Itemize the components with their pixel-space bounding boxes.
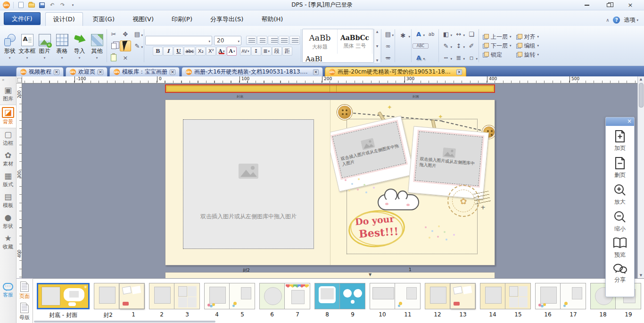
- save-button[interactable]: [38, 1, 46, 9]
- sidebar-item[interactable]: ▤ 模板: [0, 190, 16, 211]
- superscript-button[interactable]: X²: [206, 47, 216, 56]
- close-button[interactable]: ×: [626, 1, 635, 9]
- delete-button[interactable]: ×: [120, 54, 131, 62]
- spread-thumbnail[interactable]: 2 3: [149, 283, 200, 319]
- spread-thumbnail[interactable]: 16 17: [535, 283, 586, 319]
- page-thumbnail[interactable]: [425, 283, 450, 309]
- scrollbar-thumb[interactable]: [639, 83, 644, 108]
- page-thumbnail[interactable]: [561, 283, 586, 309]
- copy-button[interactable]: [108, 42, 119, 50]
- document-tab[interactable]: DPS 欢迎页 ×: [66, 67, 107, 76]
- select-tool-button[interactable]: [120, 41, 131, 51]
- font-color-button[interactable]: A▾: [216, 47, 226, 56]
- spread-thumbnail[interactable]: 14 15: [480, 283, 531, 319]
- menu-tab[interactable]: 印刷(P): [164, 12, 200, 26]
- dash-style-button[interactable]: ┅▾: [440, 54, 452, 62]
- photo-placeholder[interactable]: 双击插入图片或从左侧图库中拖入图片: [183, 119, 314, 249]
- collapse-ribbon-button[interactable]: ∧: [606, 17, 609, 23]
- insert-tool-button[interactable]: 文本框 ▾: [18, 32, 36, 60]
- bring-forward-button[interactable]: 上一层▾: [483, 33, 512, 41]
- menu-tab[interactable]: 文件(F): [4, 12, 41, 25]
- style-card-heiti[interactable]: AaBbCc 黑体 三号: [338, 29, 372, 54]
- rotate-button[interactable]: 旋转▾: [516, 51, 539, 59]
- redo-button[interactable]: ↷: [58, 1, 66, 9]
- page-panel-tab[interactable]: 母版: [17, 300, 33, 321]
- page-thumbnail[interactable]: [119, 283, 145, 309]
- subscript-button[interactable]: X₂: [196, 47, 206, 56]
- expand-panel-icon[interactable]: »: [2, 77, 5, 82]
- page-thumbnail[interactable]: [285, 283, 310, 309]
- fill-color-button[interactable]: ◧▾: [440, 30, 452, 38]
- tab-close-icon[interactable]: ×: [98, 69, 103, 75]
- font-size-input[interactable]: [215, 36, 241, 45]
- tab-close-icon[interactable]: ×: [313, 69, 319, 75]
- character-spacing-button[interactable]: AV▾: [240, 47, 250, 56]
- layers-button[interactable]: ❏: [465, 30, 478, 38]
- help-icon[interactable]: ?: [613, 17, 620, 24]
- style-card-title[interactable]: AaBb 大标题: [303, 29, 338, 54]
- polaroid-photo-slot[interactable]: 双击插入图片或从左侧图库中拖入图片: [408, 126, 489, 199]
- spellcheck-button[interactable]: ABC: [413, 43, 429, 49]
- text-effects-button[interactable]: A▾: [413, 54, 425, 62]
- page-thumbnail[interactable]: [535, 283, 561, 309]
- sidebar-item[interactable]: ✿ 素材: [0, 149, 16, 170]
- underline-button[interactable]: U: [173, 47, 183, 56]
- change-case-button[interactable]: ab: [425, 31, 438, 37]
- highlight-color-button[interactable]: A▾: [227, 47, 237, 56]
- vertical-scrollbar[interactable]: ▲ ▼: [637, 76, 644, 278]
- bold-button[interactable]: B: [153, 47, 163, 56]
- new-document-button[interactable]: [17, 1, 25, 9]
- style-gallery-scroll[interactable]: ▲ ▼ ▼: [374, 29, 380, 63]
- insert-tool-button[interactable]: 其他 ▾: [88, 32, 106, 60]
- align-justify-button[interactable]: [279, 36, 289, 45]
- page-thumbnail[interactable]: [94, 283, 119, 309]
- document-tab[interactable]: DPS 画册-20cm硬壳精装-可爱的你190531-1835.dpsf ×: [325, 67, 466, 76]
- align-left-button[interactable]: [246, 36, 256, 45]
- insert-tool-button[interactable]: 图片 ▾: [36, 32, 53, 60]
- line-spacing-button[interactable]: ↕: [251, 47, 261, 56]
- customer-service-button[interactable]: ··· 客服: [0, 283, 16, 298]
- collapse-thumbnails-icon[interactable]: ▼: [369, 273, 372, 277]
- h-distribute-button[interactable]: ↔▾: [453, 30, 465, 38]
- page-1[interactable]: ✦ ✦ 双击插入图片或从左侧图库中拖入图片 双击插入图片或从左侧图库中拖入图片: [330, 100, 495, 265]
- current-spread[interactable]: 双击插入图片或从左侧图库中拖入图片 ✦ ✦: [165, 99, 495, 265]
- cover-spread-edge[interactable]: [165, 84, 495, 93]
- page-thumbnail[interactable]: [505, 283, 531, 309]
- spread-thumbnail[interactable]: 6 7: [259, 283, 310, 319]
- tab-close-icon[interactable]: ×: [170, 69, 175, 75]
- spacing-button[interactable]: 距: [282, 47, 292, 56]
- font-size-combobox[interactable]: ▾: [214, 36, 241, 45]
- sidebar-item[interactable]: ▢ 边框: [0, 128, 16, 149]
- document-tab[interactable]: DPS 视频教程 ×: [16, 67, 64, 76]
- spread-thumbnail[interactable]: 8 9: [314, 283, 365, 319]
- sidebar-item[interactable]: ▦ 版式: [0, 170, 16, 190]
- page-thumbnail[interactable]: [174, 283, 200, 309]
- line-style-button[interactable]: ✎▾: [440, 42, 452, 50]
- page-thumbnail[interactable]: [230, 283, 255, 309]
- tab-close-icon[interactable]: ×: [54, 69, 59, 75]
- document-tab[interactable]: DPS 画册-大16开硬壳精装-文档190531-1813.dpsf ×: [182, 67, 323, 76]
- panel-tool-button[interactable]: 预览: [613, 237, 627, 259]
- sidebar-item[interactable]: ◪ 背景: [0, 105, 16, 128]
- page-thumbnail[interactable]: [204, 283, 230, 309]
- italic-button[interactable]: I: [163, 47, 173, 56]
- undo-button[interactable]: ↶: [48, 1, 56, 9]
- sidebar-item[interactable]: ▣ 图库: [0, 84, 16, 105]
- insert-tool-button[interactable]: 形状 ▾: [1, 32, 18, 60]
- group-objects-button[interactable]: 编组▾: [516, 42, 539, 50]
- page-thumbnail[interactable]: [370, 283, 395, 309]
- spread-thumbnail[interactable]: 12 13: [425, 283, 476, 319]
- font-family-combobox[interactable]: ▾: [145, 36, 212, 45]
- vertical-text-button[interactable]: [289, 36, 300, 45]
- cut-button[interactable]: ✂: [108, 30, 119, 38]
- page-thumbnail[interactable]: [314, 283, 340, 309]
- panel-tool-button[interactable]: 删页: [613, 157, 627, 179]
- picture-tool-button[interactable]: ▤▾: [132, 30, 143, 38]
- next-spread-edge[interactable]: [165, 272, 495, 278]
- page-thumbnail[interactable]: [480, 283, 505, 309]
- paragraph-button[interactable]: 段: [272, 47, 282, 56]
- font-style-button[interactable]: A▾: [413, 30, 425, 38]
- spread-thumbnail[interactable]: 封2 1: [94, 283, 145, 319]
- align-objects-button[interactable]: 对齐▾: [516, 33, 539, 41]
- columns-button[interactable]: ≣▾: [262, 47, 272, 56]
